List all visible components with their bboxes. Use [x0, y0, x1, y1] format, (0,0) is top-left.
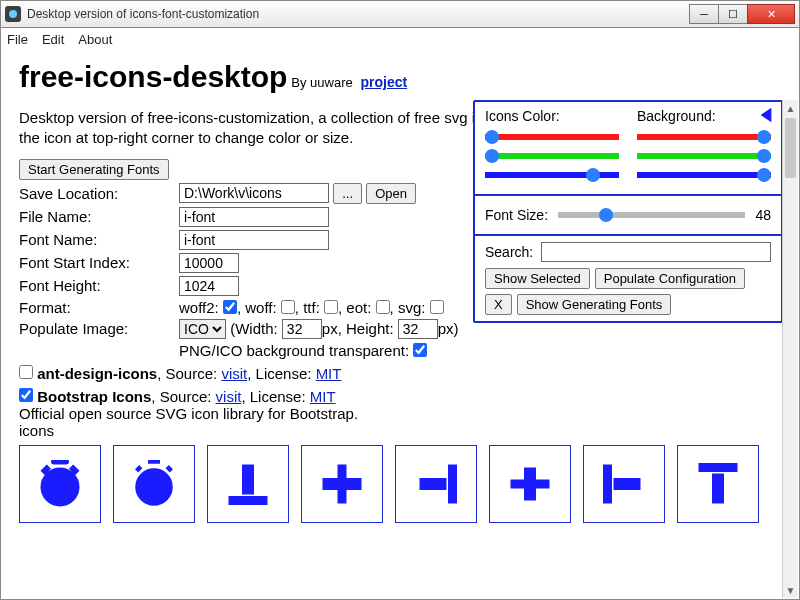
menu-file[interactable]: File — [7, 32, 28, 47]
svg-rect-12 — [700, 464, 736, 470]
bootstrap-license-link[interactable]: MIT — [310, 388, 336, 405]
file-name-label: File Name: — [19, 208, 179, 225]
save-location-input[interactable] — [179, 183, 329, 203]
alarm-icon[interactable] — [113, 445, 195, 523]
font-start-label: Font Start Index: — [19, 254, 179, 271]
svg-rect-3 — [230, 497, 266, 503]
bg-red-slider[interactable] — [637, 131, 771, 143]
bootstrap-desc: Official open source SVG icon library fo… — [19, 405, 781, 422]
populate-image-label: Populate Image: — [19, 320, 179, 337]
show-selected-button[interactable]: Show Selected — [485, 268, 590, 289]
menubar: File Edit About — [0, 28, 800, 50]
window-title: Desktop version of icons-font-customizat… — [27, 7, 690, 21]
ant-license-link[interactable]: MIT — [316, 365, 342, 382]
alarm-fill-icon[interactable] — [19, 445, 101, 523]
font-height-label: Font Height: — [19, 277, 179, 294]
svg-rect-10 — [605, 466, 611, 502]
panel-collapse-arrow-icon[interactable] — [757, 106, 775, 127]
ant-design-checkbox[interactable] — [19, 365, 33, 379]
format-eot-checkbox[interactable] — [376, 300, 390, 314]
align-bottom-icon[interactable] — [207, 445, 289, 523]
align-top-icon[interactable] — [677, 445, 759, 523]
close-button[interactable]: ✕ — [747, 4, 795, 24]
ant-design-name: ant-design-icons — [37, 365, 157, 382]
minimize-button[interactable]: ─ — [689, 4, 719, 24]
svg-rect-2 — [244, 466, 253, 493]
browse-button[interactable]: ... — [333, 183, 362, 204]
image-width-input[interactable] — [282, 319, 322, 339]
bootstrap-sub: icons — [19, 422, 781, 439]
page-title: free-icons-desktop — [19, 60, 287, 93]
scroll-down-icon[interactable]: ▼ — [783, 582, 798, 598]
format-woff2-checkbox[interactable] — [223, 300, 237, 314]
align-center-icon[interactable] — [301, 445, 383, 523]
bootstrap-checkbox[interactable] — [19, 388, 33, 402]
menu-edit[interactable]: Edit — [42, 32, 64, 47]
icons-green-slider[interactable] — [485, 150, 619, 162]
bootstrap-visit-link[interactable]: visit — [216, 388, 242, 405]
bootstrap-name: Bootstrap Icons — [37, 388, 151, 405]
ant-visit-link[interactable]: visit — [221, 365, 247, 382]
scrollbar-thumb[interactable] — [785, 118, 796, 178]
svg-rect-5 — [339, 466, 345, 502]
background-color-label: Background: — [637, 108, 771, 124]
format-svg-checkbox[interactable] — [430, 300, 444, 314]
font-height-input[interactable] — [179, 276, 239, 296]
bg-blue-slider[interactable] — [637, 169, 771, 181]
populate-configuration-button[interactable]: Populate Configuration — [595, 268, 745, 289]
scroll-up-icon[interactable]: ▲ — [783, 100, 798, 116]
open-button[interactable]: Open — [366, 183, 416, 204]
png-bg-label: PNG/ICO background transparent: — [179, 342, 409, 359]
font-size-slider[interactable] — [558, 209, 745, 221]
icon-grid — [19, 445, 781, 523]
font-size-value: 48 — [755, 207, 771, 223]
icons-blue-slider[interactable] — [485, 169, 619, 181]
save-location-label: Save Location: — [19, 185, 179, 202]
titlebar: Desktop version of icons-font-customizat… — [0, 0, 800, 28]
menu-about[interactable]: About — [78, 32, 112, 47]
icons-color-label: Icons Color: — [485, 108, 619, 124]
image-height-input[interactable] — [398, 319, 438, 339]
search-label: Search: — [485, 244, 533, 260]
png-bg-checkbox[interactable] — [413, 343, 427, 357]
align-end-icon[interactable] — [395, 445, 477, 523]
format-label: Format: — [19, 299, 179, 316]
format-ttf-checkbox[interactable] — [324, 300, 338, 314]
font-name-input[interactable] — [179, 230, 329, 250]
populate-image-select[interactable]: ICO — [179, 319, 226, 339]
bg-green-slider[interactable] — [637, 150, 771, 162]
maximize-button[interactable]: ☐ — [718, 4, 748, 24]
content: free-icons-desktop By uuware project Des… — [0, 50, 800, 600]
font-start-input[interactable] — [179, 253, 239, 273]
svg-rect-13 — [714, 475, 723, 502]
project-link[interactable]: project — [360, 74, 407, 90]
svg-point-0 — [9, 10, 17, 18]
app-icon — [5, 6, 21, 22]
svg-rect-6 — [421, 479, 445, 488]
byline-author: By uuware — [291, 75, 352, 90]
search-input[interactable] — [541, 242, 771, 262]
svg-rect-11 — [615, 479, 639, 488]
settings-panel: Icons Color: Background: Font Size: 48 — [473, 100, 783, 323]
show-generating-fonts-button[interactable]: Show Generating Fonts — [517, 294, 672, 315]
svg-rect-9 — [512, 481, 548, 487]
icons-red-slider[interactable] — [485, 131, 619, 143]
file-name-input[interactable] — [179, 207, 329, 227]
svg-rect-7 — [450, 466, 456, 502]
align-start-icon[interactable] — [583, 445, 665, 523]
vertical-scrollbar[interactable]: ▲ ▼ — [782, 100, 798, 598]
start-generating-button[interactable]: Start Generating Fonts — [19, 159, 169, 180]
align-middle-icon[interactable] — [489, 445, 571, 523]
font-name-label: Font Name: — [19, 231, 179, 248]
format-woff-checkbox[interactable] — [281, 300, 295, 314]
font-size-label: Font Size: — [485, 207, 548, 223]
panel-close-button[interactable]: X — [485, 294, 512, 315]
